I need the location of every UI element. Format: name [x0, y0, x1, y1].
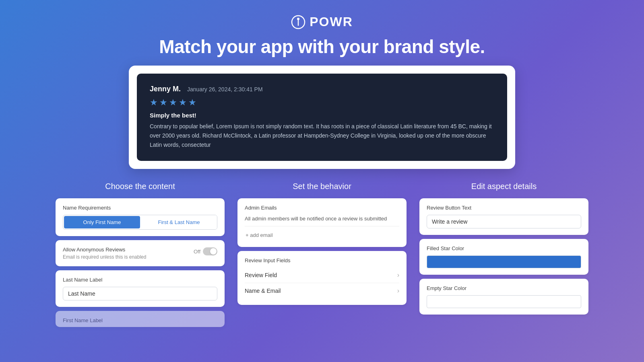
admin-emails-label: Admin Emails	[245, 205, 399, 211]
aspect-column: Edit aspect details Review Button Text F…	[419, 182, 588, 331]
first-name-label-panel: First Name Label	[56, 311, 225, 327]
review-field-label: Review Field	[245, 272, 277, 278]
star-rating: ★ ★ ★ ★ ★	[150, 97, 494, 108]
powr-logo-icon	[291, 15, 305, 29]
anonymous-sublabel: Email is required unless this is enabled	[63, 254, 146, 260]
review-body: Contrary to popular belief, Lorem Ipsum …	[150, 122, 494, 150]
header: POWR Match your app with your brand styl…	[0, 0, 644, 66]
name-requirements-panel: Name Requirements Only First Name First …	[56, 198, 225, 236]
columns: Choose the content Name Requirements Onl…	[0, 169, 644, 331]
name-email-label: Name & Email	[245, 288, 281, 294]
review-input-fields-panel: Review Input Fields Review Field › Name …	[237, 251, 407, 305]
review-input-fields-label: Review Input Fields	[245, 257, 399, 263]
anonymous-label: Allow Anonymous Reviews	[63, 247, 146, 253]
review-button-text-label: Review Button Text	[427, 205, 581, 211]
name-email-row[interactable]: Name & Email ›	[245, 283, 399, 298]
star-4: ★	[179, 97, 187, 108]
review-field-row[interactable]: Review Field ›	[245, 267, 399, 283]
empty-star-color-panel: Empty Star Color	[419, 279, 588, 315]
switch-knob	[210, 248, 217, 255]
review-button-text-panel: Review Button Text	[419, 198, 588, 235]
star-2: ★	[159, 97, 167, 108]
star-3: ★	[169, 97, 177, 108]
filled-star-color-panel: Filled Star Color	[419, 239, 588, 275]
content-column-title: Choose the content	[56, 182, 225, 191]
toggle-off-text: Off	[194, 249, 200, 255]
star-1: ★	[150, 97, 158, 108]
only-first-name-button[interactable]: Only First Name	[64, 216, 140, 228]
name-requirements-label: Name Requirements	[63, 205, 217, 211]
headline: Match your app with your brand style.	[0, 36, 644, 58]
anonymous-label-wrap: Allow Anonymous Reviews Email is require…	[63, 247, 146, 260]
admin-emails-desc: All admin members will be notified once …	[245, 215, 399, 223]
review-date: January 26, 2024, 2:30:41 PM	[187, 86, 263, 93]
aspect-column-title: Edit aspect details	[419, 182, 588, 191]
review-field-chevron: ›	[397, 272, 399, 279]
anonymous-toggle-row: Allow Anonymous Reviews Email is require…	[63, 247, 217, 260]
star-5: ★	[188, 97, 196, 108]
reviewer-name: Jenny M.	[150, 85, 181, 93]
toggle-switch-control[interactable]	[203, 247, 217, 255]
content-column: Choose the content Name Requirements Onl…	[56, 182, 225, 331]
review-meta: Jenny M. January 26, 2024, 2:30:41 PM	[150, 85, 494, 93]
logo-row: POWR	[0, 14, 644, 29]
empty-star-color-label: Empty Star Color	[427, 285, 581, 291]
behavior-column-title: Set the behavior	[237, 182, 407, 191]
name-requirements-buttons: Only First Name First & Last Name	[63, 215, 217, 230]
first-last-name-button[interactable]: First & Last Name	[141, 215, 217, 229]
empty-star-color-swatch[interactable]	[427, 295, 581, 308]
last-name-input[interactable]	[63, 287, 217, 300]
preview-wrapper: Jenny M. January 26, 2024, 2:30:41 PM ★ …	[129, 66, 515, 169]
anonymous-reviews-panel: Allow Anonymous Reviews Email is require…	[56, 240, 225, 266]
name-email-chevron: ›	[397, 287, 399, 294]
filled-star-color-label: Filled Star Color	[427, 245, 581, 251]
filled-star-color-swatch[interactable]	[427, 255, 581, 268]
behavior-column: Set the behavior Admin Emails All admin …	[237, 182, 407, 331]
last-name-label-panel: Last Name Label	[56, 270, 225, 307]
admin-emails-panel: Admin Emails All admin members will be n…	[237, 198, 407, 247]
first-name-label: First Name Label	[63, 317, 217, 323]
add-email-input[interactable]	[245, 230, 399, 241]
last-name-label: Last Name Label	[63, 277, 217, 283]
review-card: Jenny M. January 26, 2024, 2:30:41 PM ★ …	[137, 74, 507, 161]
review-button-text-input[interactable]	[427, 215, 581, 228]
anonymous-toggle[interactable]: Off	[194, 247, 217, 255]
review-title: Simply the best!	[150, 112, 494, 119]
admin-divider	[245, 226, 399, 226]
logo-text: POWR	[310, 14, 353, 29]
